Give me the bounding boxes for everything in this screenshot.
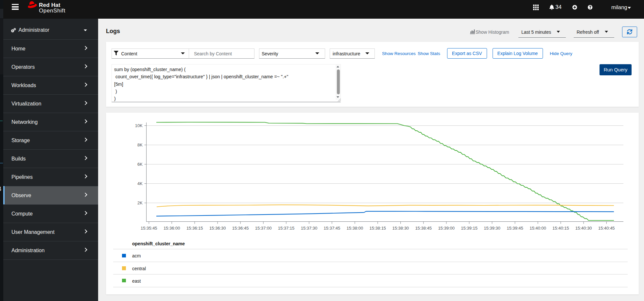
svg-text:15:39:45: 15:39:45: [507, 226, 523, 231]
svg-text:15:36:30: 15:36:30: [209, 226, 226, 231]
svg-text:15:39:30: 15:39:30: [484, 226, 500, 231]
svg-text:15:40:30: 15:40:30: [575, 226, 592, 231]
svg-text:15:35:45: 15:35:45: [141, 226, 157, 231]
svg-text:15:37:30: 15:37:30: [301, 226, 318, 231]
svg-text:2K: 2K: [137, 200, 143, 205]
svg-text:15:39:15: 15:39:15: [461, 226, 478, 231]
svg-text:4K: 4K: [137, 181, 143, 186]
svg-text:15:37:15: 15:37:15: [278, 226, 295, 231]
svg-text:15:38:45: 15:38:45: [415, 226, 432, 231]
svg-text:15:36:00: 15:36:00: [164, 226, 180, 231]
svg-text:15:37:00: 15:37:00: [255, 226, 272, 231]
svg-text:15:36:45: 15:36:45: [232, 226, 249, 231]
svg-text:15:38:15: 15:38:15: [369, 226, 386, 231]
svg-text:15:37:45: 15:37:45: [324, 226, 340, 231]
svg-text:15:40:00: 15:40:00: [530, 226, 546, 231]
svg-text:15:40:45: 15:40:45: [598, 226, 615, 231]
svg-text:15:39:00: 15:39:00: [438, 226, 455, 231]
svg-text:10K: 10K: [135, 123, 143, 128]
svg-text:8K: 8K: [137, 142, 143, 147]
svg-text:15:36:15: 15:36:15: [186, 226, 203, 231]
svg-text:15:40:15: 15:40:15: [552, 226, 569, 231]
svg-text:6K: 6K: [137, 162, 143, 167]
svg-text:15:38:00: 15:38:00: [347, 226, 363, 231]
svg-text:15:38:30: 15:38:30: [392, 226, 409, 231]
